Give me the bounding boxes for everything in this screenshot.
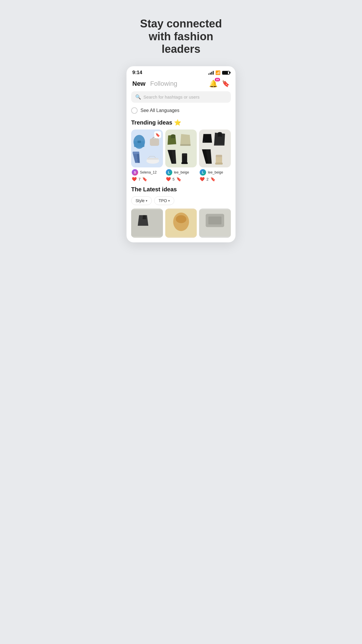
svg-rect-17 — [216, 155, 222, 157]
card1-bookmark[interactable]: 🔖 — [154, 131, 161, 138]
tab-following[interactable]: Following — [150, 80, 177, 88]
signal-icon — [208, 71, 214, 75]
nav-tabs: New Following — [132, 80, 177, 88]
card1-save-icon[interactable]: 🔖 — [142, 177, 147, 181]
card1-user-row: S Selena_12 — [131, 169, 163, 176]
latest-section: The Latest ideas Style ▾ TPO ▾ — [126, 181, 236, 242]
trending-cards-row: 🔖 S Selena_12 ❤️ 7 🔖 — [126, 130, 236, 181]
svg-rect-8 — [180, 144, 191, 146]
card3-heart-icon[interactable]: ❤️ — [200, 177, 205, 181]
status-bar: 9:14 📶 — [126, 66, 236, 77]
svg-rect-11 — [182, 153, 187, 156]
svg-point-21 — [176, 215, 186, 223]
svg-rect-2 — [138, 141, 141, 143]
nav-actions: 🔔 99 🔖 — [209, 80, 230, 88]
trending-title: Trending ideas ⭐ — [126, 118, 236, 130]
latest-card-2[interactable] — [165, 209, 197, 238]
tpo-chevron-icon: ▾ — [168, 199, 170, 203]
nav-bar: New Following 🔔 99 🔖 — [126, 77, 236, 91]
card3-avatar: L — [200, 169, 206, 176]
search-bar[interactable]: 🔍 Search for hashtags or users — [131, 91, 231, 103]
style-chevron-icon: ▾ — [146, 199, 147, 203]
card2-image — [165, 130, 197, 167]
card2-likes: 5 — [173, 177, 175, 181]
trending-card-1[interactable]: 🔖 S Selena_12 ❤️ 7 🔖 — [131, 130, 163, 181]
filter-row: Style ▾ TPO ▾ — [131, 196, 231, 205]
style-filter-label: Style — [136, 198, 145, 203]
card2-save-icon[interactable]: 🔖 — [176, 177, 181, 181]
hero-title: Stay connected with fashion leaders — [126, 18, 236, 56]
search-icon: 🔍 — [135, 94, 141, 100]
card3-user-row: L lee_beige — [199, 169, 231, 176]
languages-radio[interactable] — [131, 107, 138, 114]
page-container: Stay connected with fashion leaders 9:14… — [121, 0, 241, 251]
card1-footer: ❤️ 7 🔖 — [131, 176, 163, 181]
status-time: 9:14 — [132, 70, 142, 76]
card3-username: lee_beige — [208, 170, 223, 174]
card2-username: lee_beige — [174, 170, 189, 174]
svg-rect-4 — [133, 152, 139, 154]
notification-badge: 99 — [215, 78, 220, 81]
card1-heart-icon[interactable]: ❤️ — [132, 177, 137, 181]
languages-row[interactable]: See All Languages — [126, 107, 236, 118]
card2-heart-icon[interactable]: ❤️ — [166, 177, 171, 181]
languages-label: See All Languages — [140, 108, 179, 113]
svg-rect-13 — [214, 144, 225, 146]
card1-avatar: S — [132, 169, 138, 176]
svg-rect-14 — [203, 147, 211, 148]
trending-card-3[interactable]: L lee_beige ❤️ 2 🔖 — [199, 130, 231, 181]
wifi-icon: 📶 — [215, 70, 220, 75]
status-icons: 📶 — [208, 70, 230, 75]
card2-footer: ❤️ 5 🔖 — [165, 176, 197, 181]
card1-username: Selena_12 — [140, 170, 157, 174]
bookmark-icon[interactable]: 🔖 — [222, 80, 230, 88]
card2-avatar: L — [166, 169, 172, 176]
card1-image: 🔖 — [131, 130, 163, 167]
card2-user-row: L lee_beige — [165, 169, 197, 176]
search-input[interactable]: Search for hashtags or users — [143, 94, 200, 99]
tab-new[interactable]: New — [132, 80, 145, 88]
phone-card: 9:14 📶 New Following 🔔 99 — [126, 66, 236, 242]
svg-rect-12 — [203, 141, 205, 142]
latest-title: The Latest ideas — [131, 186, 231, 193]
trending-card-2[interactable]: L lee_beige ❤️ 5 🔖 — [165, 130, 197, 181]
notification-button[interactable]: 🔔 99 — [209, 80, 218, 88]
svg-rect-16 — [215, 162, 223, 164]
card3-footer: ❤️ 2 🔖 — [199, 176, 231, 181]
svg-rect-10 — [181, 162, 188, 164]
tpo-filter-button[interactable]: TPO ▾ — [154, 196, 174, 205]
latest-card-1[interactable] — [131, 209, 163, 238]
svg-rect-7 — [147, 158, 159, 160]
svg-rect-24 — [208, 216, 222, 224]
card3-image — [199, 130, 231, 167]
latest-cards-row — [131, 209, 231, 242]
tpo-filter-label: TPO — [159, 198, 167, 203]
svg-rect-3 — [150, 138, 159, 146]
style-filter-button[interactable]: Style ▾ — [131, 196, 152, 205]
battery-icon — [222, 71, 230, 75]
card3-likes: 2 — [206, 177, 208, 181]
card3-save-icon[interactable]: 🔖 — [210, 177, 215, 181]
card1-likes: 7 — [138, 177, 140, 181]
latest-card-3[interactable] — [199, 209, 231, 238]
